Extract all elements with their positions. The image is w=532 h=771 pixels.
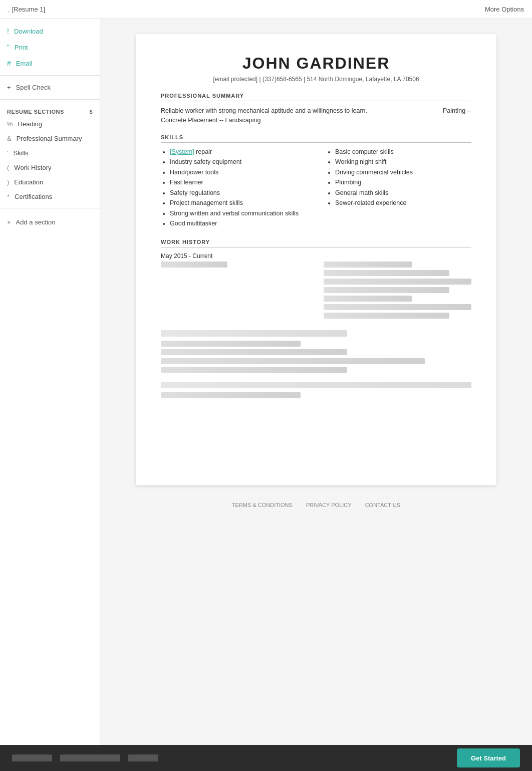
resume-name: JOHN GARDINER (161, 54, 471, 73)
add-section-label: Add a section (16, 218, 56, 226)
skills-nav-icon: ' (7, 149, 8, 157)
skills-nav-label: Skills (13, 149, 28, 157)
resume-contact: [email protected] | (337)658-6565 | 514 … (161, 76, 471, 83)
banner-blurred-2 (60, 754, 120, 761)
sidebar-item-professional-summary[interactable]: & Professional Summary (0, 131, 100, 146)
banner-left (12, 754, 158, 761)
skill-item: Sewer-related experience (335, 199, 471, 208)
print-icon: " (7, 43, 10, 51)
professional-summary-title: PROFESSIONAL SUMMARY (161, 93, 471, 101)
skill-item: General math skills (335, 189, 471, 198)
professional-summary-nav-label: Professional Summary (17, 135, 82, 142)
blurred-detail-4 (324, 296, 412, 302)
skills-title: SKILLS (161, 134, 471, 143)
contact-link[interactable]: CONTACT US (365, 502, 401, 508)
professional-summary-text: Reliable worker with strong mechanical a… (161, 106, 471, 125)
certifications-nav-label: Certifications (15, 193, 52, 200)
spell-check-icon: + (7, 84, 11, 91)
blurred-detail-3 (324, 287, 449, 293)
skill-item: Industry safety equipment (170, 158, 306, 167)
privacy-link[interactable]: PRIVACY POLICY (306, 502, 352, 508)
work-entry-3 (161, 382, 471, 398)
skill-system-link[interactable]: [System] (170, 148, 194, 155)
terms-link[interactable]: TERMS & CONDITIONS (232, 502, 293, 508)
download-action[interactable]: ! Download (0, 23, 100, 39)
skills-section: SKILLS [System] repair Industry safety e… (161, 134, 471, 230)
skill-item: Driving commercial vehicles (335, 168, 471, 177)
blurred-detail-5 (324, 304, 471, 310)
banner-blurred-3 (128, 754, 158, 761)
blurred-e2-title (161, 341, 301, 347)
page-footer: TERMS & CONDITIONS PRIVACY POLICY CONTAC… (219, 495, 413, 515)
sidebar-item-education[interactable]: ) Education (0, 175, 100, 189)
email-icon: # (7, 59, 11, 67)
work-entry-2 (161, 330, 471, 373)
sidebar-item-certifications[interactable]: * Certifications (0, 189, 100, 204)
sidebar-divider-1 (0, 75, 100, 76)
sidebar: ! Download " Print # Email + Spell Check… (0, 19, 100, 771)
add-section-button[interactable]: + Add a section (0, 214, 100, 230)
skill-item: Plumbing (335, 178, 471, 187)
bottom-cta-button[interactable]: Get Started (457, 748, 520, 767)
skill-item: Basic computer skills (335, 148, 471, 157)
blurred-detail-1 (324, 270, 449, 276)
work-history-nav-icon: ( (7, 164, 9, 171)
blurred-e3-title (161, 392, 301, 398)
more-options-button[interactable]: More Options (485, 6, 524, 13)
email-action[interactable]: # Email (0, 55, 100, 71)
professional-summary-section: PROFESSIONAL SUMMARY Reliable worker wit… (161, 93, 471, 125)
skills-grid: [System] repair Industry safety equipmen… (161, 148, 471, 230)
work-history-nav-label: Work History (14, 164, 51, 171)
skills-col-2: Basic computer skills Working night shif… (326, 148, 471, 230)
download-label: Download (14, 28, 43, 35)
certifications-nav-icon: * (7, 193, 10, 200)
layout: ! Download " Print # Email + Spell Check… (0, 19, 532, 771)
heading-nav-icon: % (7, 120, 13, 128)
spell-check-action[interactable]: + Spell Check (0, 80, 100, 95)
skill-item: [System] repair (170, 148, 306, 157)
blurred-detail-2 (324, 279, 471, 285)
education-nav-icon: ) (7, 178, 9, 186)
resume-paper: JOHN GARDINER [email protected] | (337)6… (136, 34, 496, 485)
blurred-section-bar (161, 330, 347, 337)
blurred-detail-6 (324, 313, 449, 319)
skill-item: Project management skills (170, 199, 306, 208)
skill-item: Good multitasker (170, 219, 306, 228)
print-label: Print (15, 44, 28, 51)
sections-icon: $ (89, 109, 93, 115)
resume-header: JOHN GARDINER [email protected] | (337)6… (161, 54, 471, 83)
main-content: JOHN GARDINER [email protected] | (337)6… (100, 19, 532, 771)
download-icon: ! (7, 27, 9, 35)
print-action[interactable]: " Print (0, 39, 100, 55)
add-section-icon: + (7, 218, 11, 226)
work-date: May 2015 - Current (161, 252, 471, 260)
work-entry-1: May 2015 - Current (161, 252, 471, 321)
blurred-section-bar-3 (161, 382, 471, 388)
spell-check-label: Spell Check (16, 84, 51, 91)
resume-label: [Resume 1] (12, 6, 45, 13)
blurred-e2-sub (161, 349, 347, 355)
skill-item: Strong written and verbal communication … (170, 209, 306, 218)
blurred-company (324, 262, 412, 268)
blurred-e2-d2 (161, 367, 347, 373)
skill-item: Working night shift (335, 158, 471, 167)
top-nav: , [Resume 1] More Options (0, 0, 532, 19)
bottom-banner: Get Started (0, 745, 532, 771)
heading-nav-label: Heading (18, 120, 42, 128)
breadcrumb: , [Resume 1] (8, 6, 45, 13)
skills-col-1: [System] repair Industry safety equipmen… (161, 148, 306, 230)
sidebar-divider-3 (0, 208, 100, 208)
resume-sections-label: RESUME SECTIONS $ (0, 104, 100, 117)
work-history-title: WORK HISTORY (161, 239, 471, 247)
sidebar-item-work-history[interactable]: ( Work History (0, 160, 100, 175)
sidebar-item-skills[interactable]: ' Skills (0, 146, 100, 160)
professional-summary-nav-icon: & (7, 135, 12, 142)
skill-item: Safety regulations (170, 189, 306, 198)
skill-item: Hand/power tools (170, 168, 306, 177)
sidebar-divider-2 (0, 99, 100, 100)
work-history-section: WORK HISTORY May 2015 - Current (161, 239, 471, 398)
breadcrumb-separator: , (8, 6, 10, 13)
sidebar-item-heading[interactable]: % Heading (0, 117, 100, 131)
skill-item: Fast learner (170, 178, 306, 187)
blurred-e2-d1 (161, 358, 425, 364)
